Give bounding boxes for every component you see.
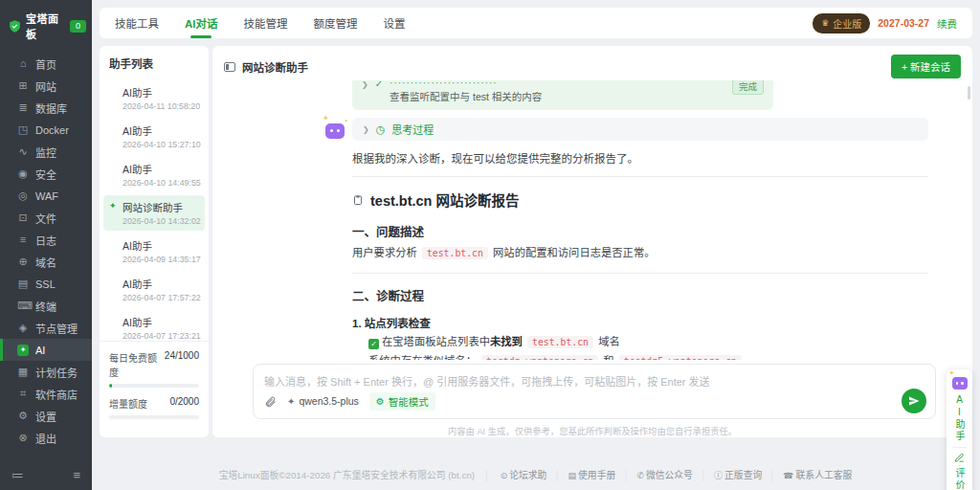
assistant-list-item[interactable]: AI助手2026-04-10 14:49:55: [103, 157, 205, 192]
assistant-list-item[interactable]: AI助手2026-04-07 17:57:22: [103, 272, 205, 307]
assistant-list-item[interactable]: AI助手2026-04-10 15:27:10: [103, 119, 205, 154]
sidebar-item-appstore[interactable]: ⌗软件商店: [0, 383, 92, 405]
assistant-date: 2026-04-10 14:32:02: [122, 216, 201, 226]
attachment-icon[interactable]: [264, 395, 277, 408]
message-input[interactable]: 输入消息，按 Shift + Enter 换行，@ 引用服务器文件，可拖拽上传，…: [253, 364, 936, 419]
bold-text: 未找到: [490, 336, 523, 347]
tab-额度管理[interactable]: 额度管理: [314, 8, 358, 38]
sidebar-item-waf[interactable]: ◎WAF: [0, 185, 92, 207]
report-title: test.bt.cn 网站诊断报告: [352, 189, 928, 210]
sidebar-item-exit[interactable]: ⊗退出: [0, 427, 92, 449]
tab-技能工具[interactable]: 技能工具: [115, 8, 159, 38]
assistant-list-panel: 助手列表 AI助手2026-04-11 10:58:20AI助手2026-04-…: [100, 46, 209, 437]
sidebar-item-label: WAF: [35, 190, 58, 202]
thinking-process-toggle[interactable]: ❯ ◷ 思考过程: [352, 118, 928, 141]
sidebar-item-cron[interactable]: ▦计划任务: [0, 361, 92, 383]
sidebar-item-terminal[interactable]: ⌨终端: [0, 295, 92, 317]
tab-技能管理[interactable]: 技能管理: [244, 8, 288, 38]
smart-mode-toggle[interactable]: ⚙ 智能模式: [369, 392, 435, 411]
tool-result-panel[interactable]: ❯ ✓ ·························· 查看监听配置中与 …: [352, 80, 773, 110]
settings-icon: ⚙: [17, 411, 29, 421]
sidebar-item-label: 节点管理: [35, 321, 78, 336]
assistant-list-title: 助手列表: [100, 46, 209, 78]
new-conversation-button[interactable]: + 新建会话: [891, 55, 961, 78]
send-button[interactable]: [902, 389, 926, 413]
float-review-label[interactable]: 评价: [952, 468, 967, 490]
sparkle-icon: ✦: [109, 201, 117, 211]
assistant-list-item[interactable]: AI助手2026-04-07 17:23:21: [103, 310, 205, 341]
forum-help-icon: ⊙: [501, 471, 508, 480]
brand[interactable]: 宝塔面板 0: [0, 0, 92, 53]
sidebar-item-settings[interactable]: ⚙设置: [0, 405, 92, 427]
sidebar-item-monitor[interactable]: ∿监控: [0, 141, 92, 163]
node-manage-icon: ◈: [17, 323, 29, 333]
float-ai-assistant-label[interactable]: AI助手: [952, 394, 967, 442]
exit-icon: ⊗: [17, 433, 29, 443]
sidebar-item-site[interactable]: ⊞网站: [0, 75, 92, 97]
notification-badge[interactable]: 0: [70, 20, 86, 33]
footer-link-使用手册[interactable]: ▤使用手册: [568, 470, 616, 480]
footer-link-论坛求助[interactable]: ⊙论坛求助: [501, 470, 547, 480]
footer-link-联系人工客服[interactable]: ☎联系人工客服: [783, 470, 852, 480]
sidebar-item-database[interactable]: ≣数据库: [0, 97, 92, 119]
sparkle-icon: ✦: [345, 118, 348, 123]
quota-value: 0/2000: [169, 396, 199, 411]
ai-avatar: ✦ ✦: [325, 123, 345, 139]
manual-icon: ▤: [568, 471, 577, 480]
sidebar-nav: ⌂首页⊞网站≣数据库◳Docker∿监控◉安全◎WAF⊡文件≡日志⊕域名▤SSL…: [0, 53, 92, 449]
terminal-icon: ⌨: [17, 301, 29, 311]
assistant-list-item[interactable]: AI助手2026-04-09 14:35:17: [103, 234, 205, 269]
renew-link[interactable]: 续费: [937, 16, 957, 31]
sidebar-item-logs[interactable]: ≡日志: [0, 229, 92, 251]
tab-设置[interactable]: 设置: [384, 8, 406, 38]
files-icon: ⊡: [17, 212, 29, 223]
assistant-date: 2026-04-10 15:27:10: [122, 140, 201, 149]
footer-link-正版查询[interactable]: ⓘ正版查询: [714, 470, 762, 480]
report-paragraph: 系统中存在类似域名： testdz.wantopers.cn 和 testdz5…: [352, 353, 928, 360]
assistant-list-item[interactable]: ✦网站诊断助手2026-04-10 14:32:02: [103, 195, 205, 231]
sidebar: 宝塔面板 0 ⌂首页⊞网站≣数据库◳Docker∿监控◉安全◎WAF⊡文件≡日志…: [0, 0, 92, 490]
chat-panel: 网站诊断助手 + 新建会话 ❯ ✓ ······················…: [212, 46, 972, 437]
sidebar-item-home[interactable]: ⌂首页: [0, 53, 92, 75]
sidebar-item-docker[interactable]: ◳Docker: [0, 119, 92, 141]
ai-assistant-icon[interactable]: ✦: [952, 377, 968, 390]
assistant-name: AI助手: [122, 162, 201, 176]
sidebar-item-label: 首页: [35, 56, 56, 72]
model-icon: ✦: [287, 396, 295, 407]
review-pen-icon[interactable]: [954, 453, 965, 463]
assistant-name: AI助手: [122, 238, 201, 253]
enterprise-label: 企业版: [833, 16, 861, 31]
tab-AI对话[interactable]: AI对话: [185, 8, 218, 38]
sidebar-item-ssl[interactable]: ▤SSL: [0, 273, 92, 295]
conversation-panel-icon[interactable]: [224, 62, 235, 72]
chat-header: 网站诊断助手 + 新建会话: [212, 46, 972, 80]
success-check-icon: ✓: [368, 339, 379, 349]
inline-code: testdz5.wantopers.cn: [619, 355, 742, 360]
message-viewport[interactable]: ❯ ✓ ·························· 查看监听配置中与 …: [212, 80, 972, 360]
scrollbar-thumb[interactable]: [968, 86, 970, 100]
footer-link-微信公众号[interactable]: ✆微信公众号: [636, 470, 693, 480]
footer-links: ⊙论坛求助│▤使用手册│✆微信公众号│ⓘ正版查询│☎联系人工客服: [500, 470, 854, 480]
clipboard-icon: [352, 193, 364, 207]
menu-toggle-icon[interactable]: ≡: [73, 468, 80, 482]
enterprise-badge[interactable]: ♛ 企业版: [813, 13, 870, 33]
inline-code: test.bt.cn: [422, 247, 488, 259]
assistant-list-item[interactable]: AI助手2026-04-11 10:58:20: [103, 80, 205, 116]
model-selector[interactable]: ✦ qwen3.5-plus: [287, 395, 359, 407]
ssl-icon: ▤: [17, 278, 29, 289]
sidebar-item-security[interactable]: ◉安全: [0, 163, 92, 185]
chevron-right-icon[interactable]: ❯: [362, 80, 368, 89]
sidebar-item-domain[interactable]: ⊕域名: [0, 251, 92, 273]
domain-icon: ⊕: [17, 256, 29, 267]
tool-call-title-clipped: ··························: [390, 80, 725, 89]
sidebar-item-files[interactable]: ⊡文件: [0, 207, 92, 229]
sidebar-item-node[interactable]: ◈节点管理: [0, 317, 92, 339]
tool-result-message: ❯ ✓ ·························· 查看监听配置中与 …: [325, 80, 928, 110]
inline-code: testdz.wantopers.cn: [481, 355, 598, 360]
ai-disclaimer: 内容由 AI 生成，仅供参考，您基此所作判断及操作均由您自行承担责任。: [212, 424, 972, 437]
collapse-sidebar-icon[interactable]: ≔: [11, 468, 24, 482]
sidebar-item-AI[interactable]: ✦AI: [0, 339, 92, 361]
check-icon: ✓: [375, 80, 383, 89]
status-badge: 完成: [732, 80, 764, 95]
input-placeholder: 输入消息，按 Shift + Enter 换行，@ 引用服务器文件，可拖拽上传，…: [264, 373, 924, 389]
